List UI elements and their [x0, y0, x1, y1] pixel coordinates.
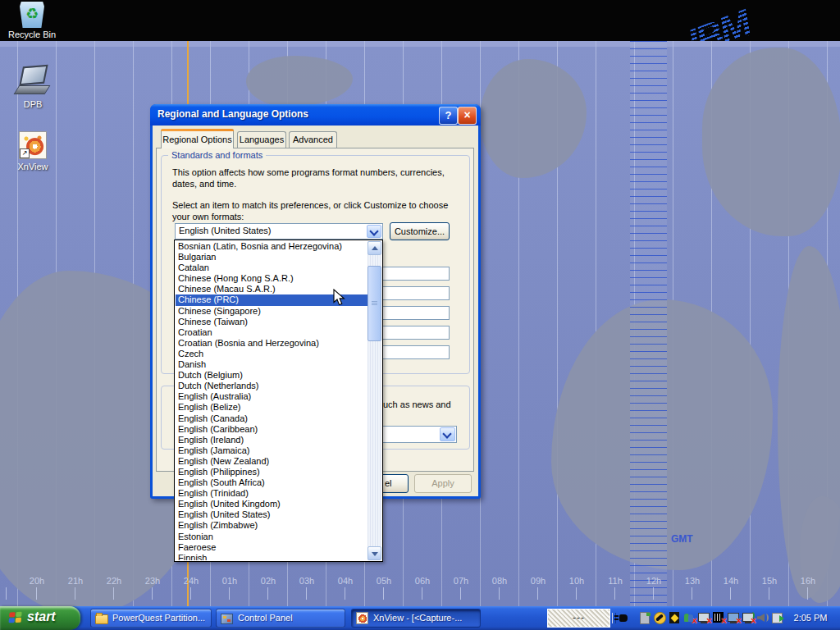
combobox-dropdown-button[interactable]: [367, 225, 381, 238]
combobox-dropdown-button[interactable]: [440, 427, 455, 441]
modem-icon[interactable]: [653, 611, 666, 624]
gmt-meridian-band: [630, 41, 667, 606]
language-list-item[interactable]: Estonian: [176, 532, 368, 542]
chevron-down-icon: [369, 226, 378, 235]
language-list-item[interactable]: Czech: [176, 349, 368, 359]
continent-shape: [246, 56, 353, 107]
language-list-item[interactable]: Faeroese: [176, 542, 368, 553]
hour-label: 04h: [331, 576, 359, 586]
removable-device-icon[interactable]: [771, 611, 784, 624]
shortcut-arrow-icon: ↗: [20, 148, 30, 158]
desktop-icon-dpb[interactable]: DPB: [0, 66, 66, 109]
lan-disconnected-icon[interactable]: ×: [727, 611, 740, 624]
hour-label: 08h: [486, 576, 514, 586]
network-users-icon[interactable]: ×: [682, 611, 696, 624]
dialog-titlebar[interactable]: Regional and Language Options ? ×: [150, 104, 481, 126]
power-plug-icon[interactable]: [614, 610, 629, 626]
hour-label: 20h: [23, 576, 51, 586]
language-list-item[interactable]: Dutch (Netherlands): [176, 381, 368, 391]
language-list-item[interactable]: English (Philippines): [176, 467, 368, 477]
language-list-item[interactable]: Finnish: [176, 553, 368, 560]
language-list-item[interactable]: English (Zimbabwe): [176, 520, 368, 531]
language-list-item[interactable]: English (Belize): [176, 402, 368, 413]
continent-shape: [480, 59, 587, 178]
dpb-label: DPB: [0, 99, 66, 109]
standards-description: This option affects how some programs fo…: [172, 167, 461, 189]
language-dropdown-list: Bosnian (Latin, Bosnia and Herzegovina)B…: [174, 240, 383, 562]
group-label: Standards and formats: [168, 150, 266, 160]
hour-label: 14h: [717, 576, 745, 586]
hour-label: 07h: [447, 576, 475, 586]
hour-label: 03h: [293, 576, 321, 586]
apply-button[interactable]: Apply: [414, 474, 472, 493]
desktop-icon-recycle-bin[interactable]: ♻ Recycle Bin: [0, 2, 64, 41]
language-list-item[interactable]: English (Jamaica): [176, 445, 368, 456]
hour-label: 02h: [254, 576, 282, 586]
language-list-item[interactable]: Bosnian (Latin, Bosnia and Herzegovina): [176, 241, 368, 252]
language-list-item[interactable]: English (Ireland): [176, 435, 368, 445]
language-list-item[interactable]: English (South Africa): [176, 477, 368, 488]
tab-regional-options[interactable]: Regional Options: [161, 129, 234, 148]
laptop-icon: [15, 66, 51, 97]
no-signal-icon[interactable]: ×: [712, 611, 725, 624]
language-list-item[interactable]: English (New Zealand): [176, 456, 368, 467]
continent-shape: [702, 48, 840, 236]
desktop-icon-xnview[interactable]: ↗ XnView: [0, 131, 66, 171]
hour-label: 22h: [100, 576, 128, 586]
format-combobox-value: English (United States): [179, 226, 272, 235]
hour-label: 21h: [62, 576, 89, 586]
sound-waves-icon: [763, 614, 769, 622]
language-list-item[interactable]: Chinese (Taiwan): [176, 317, 368, 327]
language-list-item[interactable]: Catalan: [176, 262, 368, 273]
arrow-up-icon: [372, 246, 378, 250]
xnview-icon: ↗: [19, 131, 47, 159]
language-list-item[interactable]: English (United States): [176, 509, 368, 520]
language-list-item[interactable]: Chinese (Hong Kong S.A.R.): [176, 273, 368, 284]
network-places-icon[interactable]: ×: [697, 611, 710, 624]
start-button[interactable]: start: [0, 606, 80, 630]
language-list-item[interactable]: Croatian (Bosnia and Herzegovina): [176, 338, 368, 349]
gmt-label: GMT: [671, 533, 693, 545]
language-list-item[interactable]: English (Canada): [176, 413, 368, 424]
scrollbar-thumb[interactable]: [368, 266, 381, 341]
wireless-disconnected-icon[interactable]: ×: [742, 611, 755, 624]
language-list-item[interactable]: Dutch (Belgium): [176, 370, 368, 381]
dialog-title: Regional and Language Options: [158, 108, 308, 120]
tab-advanced[interactable]: Advanced: [289, 131, 337, 148]
scroll-down-button[interactable]: [368, 546, 381, 560]
language-list-item[interactable]: English (Australia): [176, 391, 368, 402]
format-combobox[interactable]: English (United States): [175, 223, 383, 240]
taskbar-clock[interactable]: 2:05 PM: [784, 606, 837, 630]
customize-button[interactable]: Customize...: [390, 222, 450, 240]
hour-label: 11h: [601, 576, 629, 586]
language-list-item[interactable]: English (Trinidad): [176, 488, 368, 499]
hour-label: 06h: [409, 576, 436, 586]
scroll-up-button[interactable]: [368, 241, 381, 255]
location-text-fragment: uch as news and: [383, 399, 451, 410]
error-x-icon: ×: [692, 615, 697, 627]
taskbar: start PowerQuest Partition...Control Pan…: [0, 606, 840, 630]
list-scrollbar[interactable]: [368, 241, 381, 560]
power-meter-icon[interactable]: [668, 611, 681, 624]
control-panel-icon: [221, 614, 233, 624]
map-top-edge: [0, 41, 840, 47]
close-button[interactable]: ×: [458, 107, 477, 125]
volume-icon[interactable]: [756, 611, 769, 624]
language-list-item[interactable]: Danish: [176, 359, 368, 370]
chevron-down-icon: [442, 429, 451, 438]
hour-label: 24h: [177, 576, 205, 586]
language-list-item[interactable]: Croatian: [176, 327, 368, 338]
taskbar-button-xnview[interactable]: XnView - [<Capture-...: [351, 609, 481, 628]
pc-card-icon[interactable]: [638, 611, 651, 624]
language-list-item[interactable]: English (Caribbean): [176, 424, 368, 435]
taskbar-button-control-panel[interactable]: Control Panel: [216, 609, 345, 628]
windows-flag-icon: [8, 612, 23, 625]
top-band: ♻ Recycle Bin IBM: [0, 0, 840, 41]
taskbar-button-powerquest[interactable]: PowerQuest Partition...: [90, 609, 212, 628]
desktop-toolbar[interactable]: ---: [547, 609, 610, 628]
hour-label: 05h: [370, 576, 398, 586]
language-list-item[interactable]: Bulgarian: [176, 252, 368, 262]
tab-languages[interactable]: Languages: [237, 131, 286, 148]
language-list-item[interactable]: English (United Kingdom): [176, 499, 368, 509]
help-button[interactable]: ?: [439, 107, 458, 125]
